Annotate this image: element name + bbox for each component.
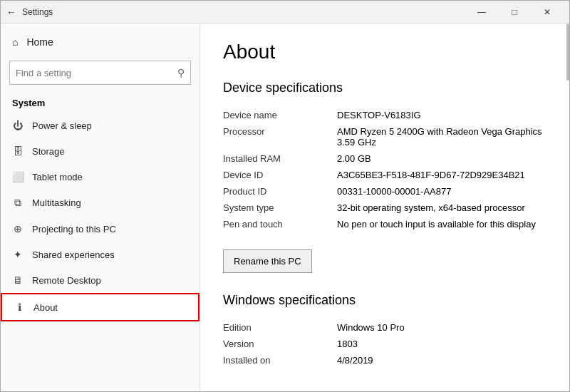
minimize-button[interactable]: — bbox=[465, 1, 498, 24]
remote-desktop-icon: 🖥 bbox=[12, 274, 24, 286]
sidebar-item-multitasking[interactable]: ⧉ Multitasking bbox=[1, 190, 200, 216]
device-specs-title: Device specifications bbox=[223, 81, 546, 96]
spec-value: 32-bit operating system, x64-based proce… bbox=[337, 202, 546, 213]
spec-value: 2.00 GB bbox=[337, 153, 546, 164]
search-box[interactable]: ⚲ bbox=[9, 61, 191, 85]
spec-value: A3C65BE3-F518-481F-9D67-72D929E34B21 bbox=[337, 170, 546, 180]
win-spec-value: 1803 bbox=[337, 339, 546, 349]
spec-row: Device ID A3C65BE3-F518-481F-9D67-72D929… bbox=[223, 167, 546, 183]
multitasking-icon: ⧉ bbox=[12, 197, 24, 209]
sidebar-item-label: Multitasking bbox=[32, 197, 81, 208]
sidebar-item-label: Remote Desktop bbox=[32, 275, 101, 286]
shared-icon: ✦ bbox=[12, 249, 24, 260]
sidebar-item-label: Tablet mode bbox=[32, 172, 83, 182]
about-icon: ℹ bbox=[14, 301, 25, 313]
spec-value: 00331-10000-00001-AA877 bbox=[337, 186, 546, 197]
win-spec-value: 4/8/2019 bbox=[337, 355, 546, 366]
sidebar-item-home[interactable]: ⌂ Home bbox=[1, 29, 200, 55]
windows-specs-title: Windows specifications bbox=[223, 293, 546, 308]
win-spec-label: Edition bbox=[223, 322, 337, 333]
rename-pc-button[interactable]: Rename this PC bbox=[223, 249, 312, 273]
title-bar-title: Settings bbox=[22, 7, 53, 17]
maximize-button[interactable]: □ bbox=[498, 1, 531, 24]
spec-value: AMD Ryzen 5 2400G with Radeon Vega Graph… bbox=[337, 126, 546, 148]
title-bar: ← Settings — □ ✕ bbox=[1, 1, 569, 24]
scrollbar[interactable] bbox=[566, 24, 569, 81]
tablet-mode-icon: ⬜ bbox=[12, 171, 24, 182]
win-spec-row: Version 1803 bbox=[223, 336, 546, 352]
spec-value: DESKTOP-V6183IG bbox=[337, 110, 546, 120]
sidebar-item-label: About bbox=[33, 302, 58, 313]
sidebar: ⌂ Home ⚲ System ⏻ Power & sleep 🗄 Storag… bbox=[1, 24, 200, 391]
win-spec-label: Version bbox=[223, 339, 337, 349]
device-specs-table: Device name DESKTOP-V6183IG Processor AM… bbox=[223, 107, 546, 232]
system-section-label: System bbox=[1, 93, 200, 113]
sidebar-item-shared[interactable]: ✦ Shared experiences bbox=[1, 242, 200, 267]
projecting-icon: ⊕ bbox=[12, 223, 24, 234]
spec-label: Device ID bbox=[223, 170, 337, 180]
spec-row: Product ID 00331-10000-00001-AA877 bbox=[223, 183, 546, 200]
sidebar-item-label: Storage bbox=[32, 146, 65, 157]
spec-row: Processor AMD Ryzen 5 2400G with Radeon … bbox=[223, 123, 546, 150]
spec-value: No pen or touch input is available for t… bbox=[337, 219, 546, 229]
page-title: About bbox=[223, 41, 546, 63]
win-spec-value: Windows 10 Pro bbox=[337, 322, 546, 333]
sidebar-item-about[interactable]: ℹ About bbox=[1, 293, 200, 321]
spec-row: System type 32-bit operating system, x64… bbox=[223, 200, 546, 216]
win-spec-row: Edition Windows 10 Pro bbox=[223, 319, 546, 336]
title-bar-left: ← Settings bbox=[6, 6, 465, 18]
spec-label: Device name bbox=[223, 110, 337, 120]
close-button[interactable]: ✕ bbox=[531, 1, 564, 24]
sidebar-item-projecting[interactable]: ⊕ Projecting to this PC bbox=[1, 216, 200, 242]
sidebar-item-label: Power & sleep bbox=[32, 120, 92, 131]
windows-specs-table: Edition Windows 10 Pro Version 1803 Inst… bbox=[223, 319, 546, 368]
spec-label: System type bbox=[223, 202, 337, 213]
home-icon: ⌂ bbox=[12, 36, 18, 48]
window-controls: — □ ✕ bbox=[465, 1, 564, 24]
sidebar-item-label: Projecting to this PC bbox=[32, 224, 116, 234]
search-input[interactable] bbox=[10, 68, 172, 78]
spec-row: Pen and touch No pen or touch input is a… bbox=[223, 216, 546, 232]
sidebar-items-container: ⏻ Power & sleep 🗄 Storage ⬜ Tablet mode … bbox=[1, 113, 200, 321]
sidebar-item-power-sleep[interactable]: ⏻ Power & sleep bbox=[1, 113, 200, 138]
app-body: ⌂ Home ⚲ System ⏻ Power & sleep 🗄 Storag… bbox=[1, 24, 569, 391]
home-label: Home bbox=[26, 36, 53, 48]
search-icon: ⚲ bbox=[172, 67, 190, 78]
spec-label: Pen and touch bbox=[223, 219, 337, 229]
sidebar-item-storage[interactable]: 🗄 Storage bbox=[1, 138, 200, 164]
main-content: About Device specifications Device name … bbox=[200, 24, 569, 391]
power-sleep-icon: ⏻ bbox=[12, 120, 24, 131]
win-spec-row: Installed on 4/8/2019 bbox=[223, 352, 546, 368]
spec-row: Installed RAM 2.00 GB bbox=[223, 150, 546, 167]
back-button[interactable]: ← bbox=[6, 6, 16, 18]
spec-label: Installed RAM bbox=[223, 153, 337, 164]
spec-label: Product ID bbox=[223, 186, 337, 197]
sidebar-item-label: Shared experiences bbox=[32, 249, 115, 260]
storage-icon: 🗄 bbox=[12, 145, 24, 157]
sidebar-item-tablet-mode[interactable]: ⬜ Tablet mode bbox=[1, 164, 200, 190]
win-spec-label: Installed on bbox=[223, 355, 337, 366]
sidebar-item-remote-desktop[interactable]: 🖥 Remote Desktop bbox=[1, 267, 200, 293]
spec-label: Processor bbox=[223, 126, 337, 148]
spec-row: Device name DESKTOP-V6183IG bbox=[223, 107, 546, 123]
